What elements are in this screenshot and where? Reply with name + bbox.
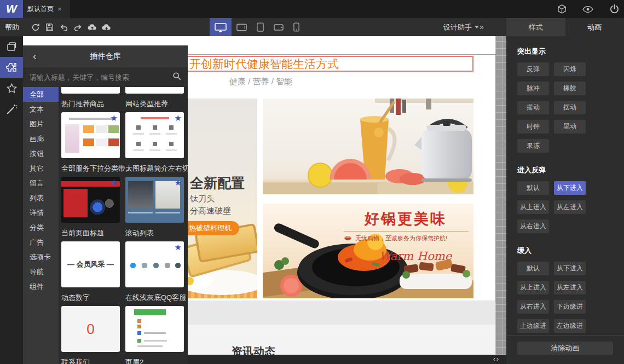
cloud-upload-icon[interactable] xyxy=(88,22,97,32)
plugin-item-label[interactable]: 热门推荐商品 xyxy=(61,99,120,109)
animation-option-button[interactable]: 反弹 xyxy=(517,62,549,76)
wok-banner-image[interactable]: 好锅更美味 无忧购物，至诚服务为你保驾护航! Warm Home xyxy=(263,204,473,298)
page-tab[interactable]: 默认首页 × xyxy=(23,0,70,18)
sidebar-favorites-icon[interactable] xyxy=(0,78,23,99)
plugin-category-item[interactable]: 广告 xyxy=(23,235,59,250)
save-icon[interactable] xyxy=(45,22,54,32)
animation-option-button[interactable]: 左边缘进 xyxy=(554,319,586,333)
animation-option-button[interactable]: 默认 xyxy=(517,181,549,195)
plugin-item-label[interactable]: 页眉2 xyxy=(125,357,184,364)
kettle-banner-image[interactable] xyxy=(263,99,473,194)
design-assistant-dropdown[interactable]: 设计助手 xyxy=(443,18,479,36)
power-icon[interactable] xyxy=(609,4,620,15)
selected-title-element[interactable]: 开创新时代健康智能生活方式 xyxy=(187,56,473,72)
plugin-category-item[interactable]: 图片 xyxy=(23,117,59,131)
plugin-category-item[interactable]: 选项卡 xyxy=(23,250,59,264)
animation-option-button[interactable]: 下边缘进 xyxy=(554,300,586,314)
plugin-category-item[interactable]: 按钮 xyxy=(23,146,59,161)
plugin-item-thumbnail[interactable]: ★ xyxy=(125,241,184,287)
plugin-item-thumbnail[interactable]: ★ xyxy=(61,112,120,158)
sidebar-magic-wand-icon[interactable] xyxy=(0,99,23,119)
plugin-item-thumbnail[interactable]: ★ xyxy=(125,112,184,158)
preview-eye-icon[interactable] xyxy=(582,4,593,15)
animation-option-button[interactable]: 从下进入 xyxy=(554,262,586,275)
promo-banner-image[interactable]: 全新配置 钛刀头 分高速破壁 热破壁料理机 xyxy=(188,99,257,298)
plugin-category-item[interactable]: 导航 xyxy=(23,264,59,279)
clear-animation-button[interactable]: 清除动画 xyxy=(517,342,613,355)
animation-option-button[interactable]: 橡胶 xyxy=(554,82,586,95)
search-icon[interactable] xyxy=(172,72,181,83)
plugin-item-thumbnail[interactable]: 0 xyxy=(61,306,120,352)
back-chevron-icon[interactable]: ‹ xyxy=(33,50,37,62)
device-desktop-icon[interactable] xyxy=(210,18,232,36)
components-cube-icon[interactable] xyxy=(556,4,567,15)
animation-option-button[interactable]: 脉冲 xyxy=(517,82,549,95)
help-button[interactable]: 帮助 xyxy=(5,18,19,36)
app-logo[interactable]: W xyxy=(0,0,23,18)
page-title: 开创新时代健康智能生活方式 xyxy=(188,57,472,71)
animation-option-button[interactable]: 默认 xyxy=(517,262,549,275)
plugin-item-label[interactable]: 当前页面标题 xyxy=(61,228,120,238)
animation-option-button[interactable]: 时钟 xyxy=(517,120,549,134)
sidebar-plugins-icon[interactable] xyxy=(0,57,23,78)
plugin-category-item[interactable]: 文本 xyxy=(23,102,59,117)
plugin-category-item[interactable]: 详情 xyxy=(23,205,59,220)
favorite-star-icon[interactable]: ★ xyxy=(175,242,182,252)
undo-icon[interactable] xyxy=(59,22,68,32)
page-subtitle[interactable]: 健康 / 营养 / 智能 xyxy=(229,77,292,87)
tab-animation[interactable]: 动画 xyxy=(565,18,624,36)
tab-style[interactable]: 样式 xyxy=(506,18,565,36)
plugin-category-item[interactable]: 分类 xyxy=(23,220,59,235)
plugin-item-label[interactable]: 网站类型推荐 xyxy=(125,99,184,109)
plugin-item-thumbnail[interactable]: ★ xyxy=(125,177,184,223)
device-tablet-landscape-icon[interactable] xyxy=(232,18,252,36)
plugin-card-partial[interactable] xyxy=(125,87,184,94)
animation-option-button[interactable]: 从上进入 xyxy=(517,281,549,294)
sidebar-pages-icon[interactable] xyxy=(0,36,23,57)
plugin-category-item[interactable]: 全部 xyxy=(23,87,59,102)
plugin-card-partial[interactable] xyxy=(61,87,120,94)
device-phone-portrait-icon[interactable] xyxy=(288,18,304,36)
plugin-item-thumbnail[interactable]: ★ xyxy=(61,177,120,223)
animation-section: 进入反弹默认从下进入从上进入从左进入从右进入 xyxy=(517,165,624,239)
cloud-download-icon[interactable] xyxy=(102,22,111,32)
plugin-item-label[interactable]: 动态数字 xyxy=(61,293,120,303)
plugin-category-item[interactable]: 画廊 xyxy=(23,131,59,146)
animation-option-button[interactable]: 摇动 xyxy=(517,101,549,114)
code-view-toggle[interactable]: ‹› xyxy=(493,355,500,363)
tab-close-icon[interactable]: × xyxy=(57,5,62,13)
animation-option-button[interactable]: 从右进入 xyxy=(517,300,549,314)
device-phone-landscape-icon[interactable] xyxy=(269,18,288,36)
plugin-item-label[interactable]: 联系我们 xyxy=(61,357,120,364)
animation-option-button[interactable]: 从左进入 xyxy=(554,281,586,294)
animation-option-button[interactable]: 从下进入 xyxy=(554,181,586,195)
favorite-star-icon[interactable]: ★ xyxy=(175,113,182,123)
favorite-star-icon[interactable]: ★ xyxy=(111,113,118,123)
plugin-item-thumbnail[interactable] xyxy=(125,306,184,352)
favorite-star-icon[interactable]: ★ xyxy=(175,178,182,188)
animation-option-button[interactable]: 果冻 xyxy=(517,139,549,153)
plugin-category-item[interactable]: 列表 xyxy=(23,190,59,205)
plugin-item-label[interactable]: 滚动列表 xyxy=(125,228,184,238)
animation-option-button[interactable]: 闪烁 xyxy=(554,62,586,76)
plugin-item-label[interactable]: 大图标题简介左右切... xyxy=(125,164,184,174)
plugin-item-label[interactable]: 在线浅灰底QQ客服 xyxy=(125,293,184,303)
plugin-item-label[interactable]: 全部服务下拉分类带... xyxy=(61,164,120,174)
plugin-category-item[interactable]: 其它 xyxy=(23,161,59,176)
plugin-search-input[interactable] xyxy=(30,73,168,82)
animation-option-button[interactable]: 晃动 xyxy=(554,120,586,134)
refresh-icon[interactable] xyxy=(31,22,40,32)
plugin-item-thumbnail[interactable]: — 会员风采 — xyxy=(61,241,120,287)
plugin-category-item[interactable]: 留言 xyxy=(23,176,59,190)
animation-option-button[interactable]: 从左进入 xyxy=(554,200,586,214)
animation-option-button[interactable]: 从上进入 xyxy=(517,200,549,214)
redo-icon[interactable] xyxy=(73,22,83,32)
animation-option-button[interactable]: 上边缘进 xyxy=(517,319,549,333)
promo-button: 热破壁料理机 xyxy=(188,221,239,235)
favorite-star-icon[interactable]: ★ xyxy=(111,178,118,188)
animation-option-button[interactable]: 摆动 xyxy=(554,101,586,114)
toolbar-more-button[interactable]: » xyxy=(479,18,484,36)
animation-option-button[interactable]: 从右进入 xyxy=(517,219,549,233)
device-tablet-portrait-icon[interactable] xyxy=(252,18,269,36)
plugin-category-item[interactable]: 组件 xyxy=(23,279,59,294)
